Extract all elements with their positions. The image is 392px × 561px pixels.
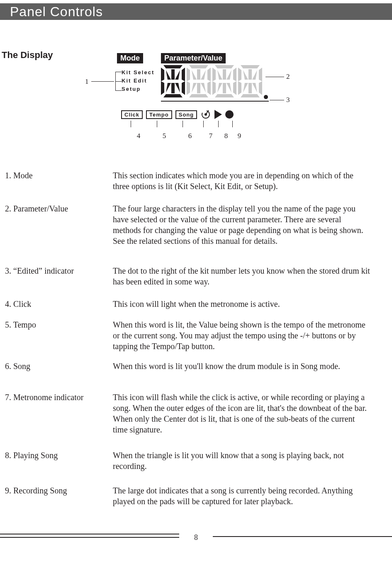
item-9-label: 9. Recording Song xyxy=(5,485,111,496)
svg-marker-32 xyxy=(217,83,222,92)
segment-display xyxy=(161,65,265,98)
svg-marker-37 xyxy=(238,68,241,81)
svg-marker-15 xyxy=(187,81,190,95)
diagram-bottom-numbers: 4 5 6 7 8 9 xyxy=(126,132,246,140)
item-4-label: 4. Click xyxy=(5,299,111,309)
svg-marker-16 xyxy=(207,81,211,95)
item-6-label: 6. Song xyxy=(5,361,111,372)
svg-marker-33 xyxy=(226,83,231,92)
svg-marker-28 xyxy=(233,81,236,95)
page-number: 8 xyxy=(0,533,392,542)
mode-label-setup: Setup xyxy=(122,85,154,93)
segment-char-3 xyxy=(212,65,236,97)
item-1-body: This section indicates which mode you ar… xyxy=(113,170,370,192)
svg-marker-38 xyxy=(259,68,262,81)
svg-marker-25 xyxy=(212,68,216,81)
svg-marker-14 xyxy=(207,68,211,81)
item-8: 8. Playing Song When the triangle is lit… xyxy=(5,450,378,471)
num-4: 4 xyxy=(126,132,151,140)
item-9: 9. Recording Song The large dot indicate… xyxy=(5,485,378,507)
item-2-body: The four large characters in the display… xyxy=(113,203,370,246)
svg-marker-35 xyxy=(223,83,226,93)
item-3: 3. “Edited” indicator The dot to the rig… xyxy=(5,265,378,287)
svg-marker-29 xyxy=(215,94,234,97)
svg-marker-12 xyxy=(189,65,208,68)
tick-7 xyxy=(203,121,204,127)
svg-marker-46 xyxy=(248,69,252,80)
item-2-label: 2. Parameter/Value xyxy=(5,203,111,214)
svg-marker-42 xyxy=(243,70,248,80)
callout-2: 2 xyxy=(286,73,290,81)
svg-marker-7 xyxy=(175,70,180,80)
item-8-label: 8. Playing Song xyxy=(5,450,111,461)
mode-label-kit-edit: Kit Edit xyxy=(122,77,154,85)
svg-marker-10 xyxy=(171,69,175,80)
num-9: 9 xyxy=(233,132,246,140)
svg-marker-21 xyxy=(201,83,206,92)
mode-labels: Kit Select Kit Edit Setup xyxy=(122,68,154,93)
tick-5 xyxy=(157,121,157,127)
diagram-bottom-row: Click Tempo Song xyxy=(121,109,234,120)
item-3-label: 3. “Edited” indicator xyxy=(5,265,111,276)
item-1: 1. Mode This section indicates which mod… xyxy=(5,170,378,192)
callout-2-line xyxy=(265,77,284,77)
box-click: Click xyxy=(121,110,143,119)
callout-1-line xyxy=(91,81,114,82)
svg-marker-27 xyxy=(212,81,216,95)
item-4: 4. Click This icon will light when the m… xyxy=(5,299,378,309)
svg-marker-22 xyxy=(197,69,200,80)
item-5-label: 5. Tempo xyxy=(5,319,111,330)
num-8: 8 xyxy=(219,132,233,140)
page-header-title: Panel Controls xyxy=(10,4,103,19)
callout-3: 3 xyxy=(286,96,290,104)
svg-marker-19 xyxy=(201,70,206,80)
box-tempo: Tempo xyxy=(146,110,172,119)
play-icon xyxy=(214,110,222,119)
badge-parameter-value: Parameter/Value xyxy=(161,53,226,63)
item-4-body: This icon will light when the metronome … xyxy=(113,299,370,309)
item-9-body: The large dot indicates that a song is c… xyxy=(113,485,370,507)
box-song: Song xyxy=(175,110,197,119)
svg-marker-8 xyxy=(166,83,171,92)
svg-marker-0 xyxy=(163,65,183,68)
svg-marker-23 xyxy=(197,83,200,93)
mode-bracket xyxy=(115,72,122,91)
tick-6 xyxy=(183,121,183,127)
badge-mode: Mode xyxy=(117,53,143,63)
num-5: 5 xyxy=(151,132,178,140)
item-5: 5. Tempo When this word is lit, the Valu… xyxy=(5,319,378,352)
svg-marker-1 xyxy=(161,68,164,81)
svg-marker-3 xyxy=(161,81,164,95)
svg-marker-20 xyxy=(192,83,197,92)
item-6-body: When this word is lit you'll know the dr… xyxy=(113,361,370,372)
svg-marker-31 xyxy=(226,70,231,80)
svg-marker-26 xyxy=(233,68,236,81)
item-2: 2. Parameter/Value The four large charac… xyxy=(5,203,378,246)
segment-char-2 xyxy=(187,65,211,97)
svg-marker-17 xyxy=(189,94,208,97)
display-diagram: Mode Parameter/Value Kit Select Kit Edit… xyxy=(108,51,278,146)
num-6: 6 xyxy=(178,132,202,140)
callout-3-line xyxy=(270,100,284,100)
svg-marker-36 xyxy=(241,65,260,68)
svg-marker-47 xyxy=(248,83,252,93)
item-5-body: When this word is lit, the Value being s… xyxy=(113,319,370,352)
item-6: 6. Song When this word is lit you'll kno… xyxy=(5,361,378,372)
page-header: Panel Controls xyxy=(0,3,392,20)
svg-marker-18 xyxy=(192,70,197,80)
item-8-body: When the triangle is lit you will know t… xyxy=(113,450,370,471)
item-7-label: 7. Metronome indicator xyxy=(5,392,111,403)
svg-marker-43 xyxy=(252,70,257,80)
svg-marker-30 xyxy=(217,70,222,80)
svg-marker-39 xyxy=(238,81,241,95)
callout-1: 1 xyxy=(85,78,89,86)
record-icon xyxy=(225,110,234,119)
mode-label-kit-select: Kit Select xyxy=(122,68,154,77)
svg-marker-5 xyxy=(163,94,183,97)
svg-marker-40 xyxy=(259,81,262,95)
item-7: 7. Metronome indicator This icon will fl… xyxy=(5,392,378,435)
edited-dot-icon xyxy=(264,95,268,99)
num-7: 7 xyxy=(202,132,219,140)
segment-char-1 xyxy=(161,65,185,97)
svg-marker-9 xyxy=(175,83,180,92)
